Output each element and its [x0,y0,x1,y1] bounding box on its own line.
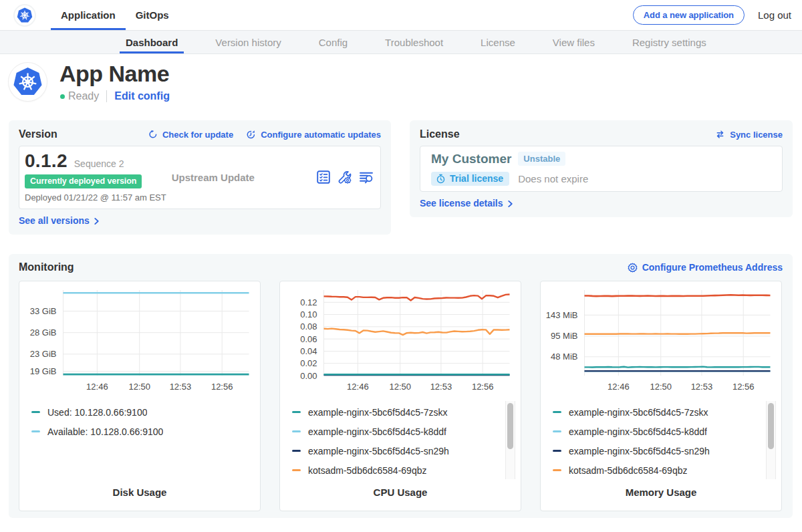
check-for-update-link[interactable]: Check for update [148,130,233,140]
svg-text:33 GiB: 33 GiB [30,306,57,316]
version-card-title: Version [19,128,57,140]
chart-legend: example-nginx-5bc6f5d4c5-7zskx example-n… [553,402,764,480]
see-license-details-link[interactable]: See license details [420,198,513,209]
tab-application-label: Application [61,9,116,21]
legend-color-dash [292,450,301,452]
license-card-title: License [420,128,460,140]
subnav-item-registry-settings[interactable]: Registry settings [626,31,712,53]
status-text: Ready [68,90,99,102]
tab-application[interactable]: Application [51,0,126,30]
logout-link[interactable]: Log out [758,9,793,21]
subnav-item-license[interactable]: License [475,31,521,53]
legend-item: example-nginx-5bc6f5d4c5-7zskx [553,402,764,422]
tab-gitops-label: GitOps [136,9,169,21]
legend-color-dash [292,469,301,471]
subnav-item-view-files[interactable]: View files [547,31,601,53]
monitoring-title: Monitoring [19,261,74,273]
subnav-item-troubleshoot[interactable]: Troubleshoot [379,31,449,53]
config-wrench-icon[interactable] [338,170,352,184]
legend-label: example-nginx-5bc6f5d4c5-sn29h [308,446,449,456]
legend-item: example-nginx-5bc6f5d4c5-7zskx [292,402,503,422]
legend-color-dash [553,430,561,432]
svg-text:0.08: 0.08 [300,321,317,331]
legend-label: kotsadm-5db6dc6584-69qbz [308,465,426,476]
sync-license-link[interactable]: Sync license [715,130,783,140]
subnav-item-version-history[interactable]: Version history [209,31,287,53]
legend-label: example-nginx-5bc6f5d4c5-k8ddf [308,426,446,437]
svg-text:12:56: 12:56 [732,382,755,392]
app-subnav: DashboardVersion historyConfigTroublesho… [0,31,802,54]
legend-scrollbar[interactable] [766,401,776,479]
chart-panel-disk-usage: 19 GiB23 GiB28 GiB33 GiB12:4612:5012:531… [19,281,261,511]
legend-item: kotsadm-5db6dc6584-69qbz [553,460,764,480]
license-expiry: Does not expire [518,173,588,184]
legend-item: example-nginx-5bc6f5d4c5-k8ddf [553,422,764,441]
chart-title: Memory Usage [541,487,781,498]
chart-panel-memory-usage: 48 MiB95 MiB143 MiB12:4612:5012:5312:56 … [540,281,782,511]
refresh-icon [148,130,158,139]
svg-text:12:50: 12:50 [128,382,150,392]
customer-name: My Customer [431,151,511,166]
legend-label: example-nginx-5bc6f5d4c5-sn29h [569,446,710,456]
add-new-application-button[interactable]: Add a new application [633,5,745,25]
svg-text:48 MiB: 48 MiB [551,352,577,362]
deployed-timestamp: Deployed 01/21/22 @ 11:57 am EST [25,192,166,203]
legend-label: kotsadm-5db6dc6584-69qbz [569,465,687,476]
svg-text:0.10: 0.10 [300,309,317,319]
svg-text:12:53: 12:53 [691,382,713,392]
preflight-checks-icon[interactable] [316,170,331,184]
edit-config-link[interactable]: Edit config [114,90,170,102]
schedule-icon [246,130,256,140]
version-card: Version Check for update Configure autom… [9,120,391,235]
legend-color-dash [553,411,561,413]
svg-text:12:46: 12:46 [347,382,369,392]
legend-label: Available: 10.128.0.66:9100 [47,426,163,437]
legend-scrollbar[interactable] [505,401,515,479]
tab-gitops[interactable]: GitOps [126,0,179,30]
svg-text:28 GiB: 28 GiB [30,327,57,338]
chart-legend: Used: 10.128.0.66:9100 Available: 10.128… [31,402,243,441]
svg-text:0.04: 0.04 [300,346,317,356]
legend-color-dash [31,430,40,432]
svg-text:12:46: 12:46 [86,382,108,392]
chart-legend: example-nginx-5bc6f5d4c5-7zskx example-n… [292,402,503,480]
license-card: License Sync license My Customer Unstabl… [410,120,793,217]
configure-prometheus-link[interactable]: Configure Prometheus Address [628,262,783,273]
channel-badge: Unstable [518,152,565,166]
subnav-item-config[interactable]: Config [313,31,354,53]
legend-label: example-nginx-5bc6f5d4c5-k8ddf [569,426,707,437]
deploy-logs-icon[interactable] [359,170,374,184]
app-header: App Name Ready Edit config [0,54,802,110]
svg-text:0.02: 0.02 [300,358,317,368]
chevron-right-icon [94,217,100,225]
divider [106,90,107,102]
legend-color-dash [553,450,561,452]
legend-item: example-nginx-5bc6f5d4c5-sn29h [292,441,503,460]
svg-text:12:53: 12:53 [170,382,192,392]
gear-icon [628,263,638,273]
svg-text:23 GiB: 23 GiB [30,349,57,359]
legend-color-dash [31,411,40,413]
legend-label: Used: 10.128.0.66:9100 [47,407,147,418]
sync-icon [715,130,725,139]
svg-text:19 GiB: 19 GiB [30,366,57,376]
svg-text:12:56: 12:56 [211,382,233,392]
svg-text:12:50: 12:50 [650,382,672,392]
version-sequence: Sequence 2 [74,158,124,169]
legend-color-dash [553,469,561,471]
svg-text:0.12: 0.12 [300,297,317,307]
legend-item: kotsadm-5db6dc6584-69qbz [292,460,503,480]
license-box: My Customer Unstable Trial license Does … [420,146,783,192]
chart-title: Disk Usage [19,487,260,498]
chart-title: CPU Usage [280,487,521,498]
configure-automatic-updates-link[interactable]: Configure automatic updates [246,130,381,140]
see-all-versions-link[interactable]: See all versions [19,215,100,226]
legend-scrollbar-thumb[interactable] [768,403,774,449]
subnav-item-dashboard[interactable]: Dashboard [120,31,184,53]
license-type-badge: Trial license [431,172,509,186]
legend-scrollbar-thumb[interactable] [507,403,513,449]
chart-plot: 0.000.020.040.060.080.100.1212:4612:5012… [280,281,521,394]
svg-text:95 MiB: 95 MiB [551,331,577,341]
deployed-version-badge: Currently deployed version [25,174,142,188]
legend-item: example-nginx-5bc6f5d4c5-k8ddf [292,422,503,441]
